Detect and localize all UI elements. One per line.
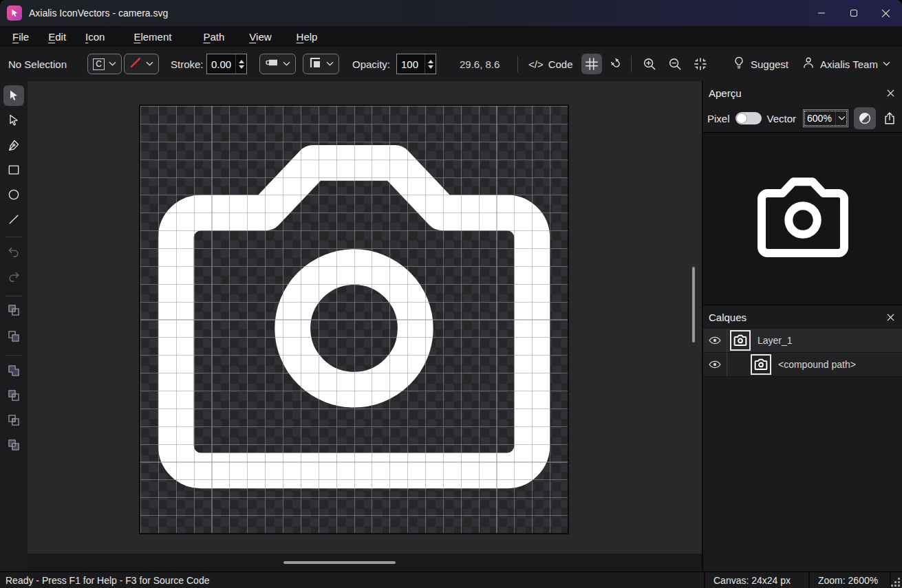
horizontal-scrollbar-track[interactable] [28,554,702,571]
bring-forward-button[interactable] [3,300,24,320]
suggest-label: Suggest [751,58,788,70]
opacity-label: Opacity: [352,58,390,70]
code-label: Code [548,58,573,70]
arrow-up-icon[interactable] [239,60,244,63]
stepper-arrows[interactable] [235,54,246,74]
select-tool[interactable] [3,85,24,106]
tool-strip [0,81,28,571]
vertical-scrollbar[interactable] [692,267,695,342]
arrow-up-icon[interactable] [428,60,433,63]
ellipse-tool[interactable] [3,184,24,205]
icon-preview [703,132,902,305]
snap-magnet-button[interactable] [606,54,627,74]
preview-background-toggle[interactable] [854,107,876,129]
resize-grip[interactable] [890,572,902,588]
arrow-down-icon[interactable] [428,65,433,69]
send-backward-button[interactable] [3,326,24,347]
layer-row[interactable]: <compound path> [703,353,902,377]
apercu-close-button[interactable] [883,85,898,100]
chevron-down-icon [883,61,890,67]
menu-icon[interactable]: Icon [78,28,111,45]
pen-tool[interactable] [3,135,24,155]
center-view-button[interactable] [690,54,711,74]
arrow-down-icon[interactable] [239,65,244,69]
chevron-down-icon [109,61,116,67]
visibility-eye-icon[interactable] [703,334,727,347]
calques-close-button[interactable] [883,309,898,325]
grid-toggle-button[interactable] [581,54,602,74]
union-button[interactable] [3,360,24,381]
stroke-none-icon [129,56,142,72]
undo-button[interactable] [3,242,24,263]
layer-name: <compound path> [778,359,856,370]
pixel-vector-toggle[interactable] [735,112,762,124]
menu-file[interactable]: File [6,28,36,45]
stroke-width-stepper[interactable]: 0.00 [206,54,247,74]
subtract-button[interactable] [3,385,24,406]
camera-preview [753,168,852,268]
code-button[interactable]: </> Code [528,47,573,81]
calques-title: Calques [709,312,747,323]
export-button[interactable] [879,107,901,129]
redo-button[interactable] [3,267,24,287]
account-menu[interactable]: Axialis Team [802,47,890,81]
code-icon: </> [528,58,544,70]
close-button[interactable] [870,0,902,26]
maximize-button[interactable] [837,0,870,26]
line-join-dropdown[interactable] [303,54,339,74]
user-icon [802,56,815,72]
zoom-in-button[interactable] [639,54,660,74]
preview-zoom-select[interactable]: 600% [803,109,848,127]
layer-row[interactable]: Layer_1 [703,329,902,353]
line-tool[interactable] [3,209,24,230]
right-panel: Aperçu Pixel Vector 600% [703,81,902,571]
line-cap-dropdown[interactable] [259,54,296,74]
fill-style-dropdown[interactable]: C [87,54,122,74]
stroke-color-dropdown[interactable] [124,54,159,74]
suggest-button[interactable]: Suggest [732,47,788,81]
selection-status: No Selection [8,58,67,70]
toolbar-separator [631,56,632,72]
lightbulb-icon [732,56,746,72]
icon-canvas[interactable] [139,105,569,534]
pixel-label: Pixel [707,113,730,124]
menu-help[interactable]: Help [290,28,325,45]
toolbar-separator [517,56,518,72]
menu-edit[interactable]: Edit [41,28,73,45]
tool-separator [6,296,22,296]
tool-separator [6,355,22,356]
calques-header: Calques [703,305,902,329]
menu-path[interactable]: Path [196,28,231,45]
main-area: Aperçu Pixel Vector 600% [0,81,902,571]
opacity-stepper[interactable]: 100 [396,54,436,74]
stepper-arrows[interactable] [425,54,436,74]
line-cap-icon [265,56,279,72]
toggle-knob [736,113,747,124]
visibility-eye-icon[interactable] [703,358,727,371]
editor-area[interactable] [28,81,702,571]
vector-label: Vector [767,113,797,124]
chevron-down-icon [326,61,334,67]
canvas-size-status: Canvas: 24x24 px [704,572,808,588]
chevron-down-icon [146,61,153,67]
title-bar: Axialis IconVectors - camera.svg [0,0,902,26]
node-select-tool[interactable] [3,110,24,131]
zoom-out-button[interactable] [665,54,685,74]
menu-view[interactable]: View [242,28,278,45]
window-title: Axialis IconVectors - camera.svg [29,8,168,19]
rectangle-tool[interactable] [3,160,24,180]
line-join-icon [308,56,322,72]
window-controls [805,0,902,26]
stroke-label: Stroke: [171,58,204,70]
preview-zoom-value: 600% [804,113,835,124]
apercu-controls: Pixel Vector 600% [703,105,902,132]
menu-bar: File Edit Icon Element Path View Help [0,26,902,47]
status-bar: Ready - Press F1 for Help - F3 for Sourc… [0,571,902,588]
menu-element[interactable]: Element [127,28,178,45]
layer-thumbnail [751,354,771,375]
toolbar: No Selection C Stroke: 0.00 [0,47,902,81]
exclude-button[interactable] [3,435,24,455]
minimize-button[interactable] [805,0,837,26]
horizontal-scrollbar[interactable] [283,561,396,564]
intersect-button[interactable] [3,410,24,431]
